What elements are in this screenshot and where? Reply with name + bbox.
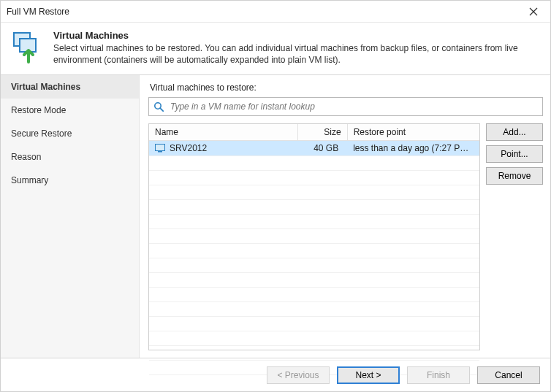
col-header-name[interactable]: Name	[149, 124, 297, 141]
table-row-empty	[149, 302, 479, 317]
close-button[interactable]	[522, 1, 544, 23]
finish-button: Finish	[407, 366, 470, 384]
table-header-row: Name Size Restore point	[149, 124, 479, 141]
cancel-button[interactable]: Cancel	[477, 366, 540, 384]
table-row-empty	[149, 171, 479, 185]
header-heading: Virtual Machines	[53, 30, 542, 41]
sidebar-item-restore-mode[interactable]: Restore Mode	[1, 99, 139, 122]
vm-name-cell: SRV2012	[155, 143, 292, 153]
table-row-empty	[149, 200, 479, 215]
vm-action-buttons: Add... Point... Remove	[486, 123, 543, 350]
col-header-size[interactable]: Size	[297, 124, 347, 141]
window-title: Full VM Restore	[7, 7, 522, 17]
svg-line-5	[160, 108, 163, 111]
previous-button: < Previous	[267, 366, 330, 384]
search-input[interactable]	[169, 101, 538, 112]
vm-name: SRV2012	[170, 143, 207, 153]
vm-size: 40 GB	[297, 141, 347, 156]
vm-restore-icon	[10, 30, 43, 64]
table-row-empty	[149, 258, 479, 273]
wizard-body: Virtual MachinesRestore ModeSecure Resto…	[1, 74, 550, 358]
vm-restore-point: less than a day ago (7:27 PM ...	[347, 141, 479, 156]
close-icon	[529, 7, 538, 16]
next-button[interactable]: Next >	[337, 366, 400, 384]
table-row[interactable]: SRV201240 GBless than a day ago (7:27 PM…	[149, 141, 479, 156]
table-row-empty	[149, 229, 479, 244]
sidebar-item-virtual-machines[interactable]: Virtual Machines	[1, 75, 139, 99]
table-row-empty	[149, 185, 479, 200]
col-header-restore-point[interactable]: Restore point	[347, 124, 479, 141]
search-icon	[153, 101, 164, 112]
header-description: Select virtual machines to be restored. …	[53, 42, 542, 66]
wizard-footer: < Previous Next > Finish Cancel	[1, 358, 550, 391]
add-button[interactable]: Add...	[486, 123, 543, 141]
sidebar-item-summary[interactable]: Summary	[1, 169, 139, 192]
table-row-empty	[149, 317, 479, 331]
svg-rect-6	[156, 145, 165, 151]
table-row-empty	[149, 215, 479, 229]
wizard-main: Virtual machines to restore:	[140, 75, 550, 358]
sidebar-item-reason[interactable]: Reason	[1, 145, 139, 169]
sidebar-item-secure-restore[interactable]: Secure Restore	[1, 122, 139, 145]
remove-button[interactable]: Remove	[486, 167, 543, 185]
table-row-empty	[149, 156, 479, 171]
table-row-empty	[149, 244, 479, 258]
full-vm-restore-dialog: Full VM Restore Virtual Machines Select …	[0, 0, 551, 392]
vm-table: Name Size Restore point SRV201240 GBless…	[148, 123, 480, 350]
point-button[interactable]: Point...	[486, 145, 543, 163]
table-row-empty	[149, 273, 479, 288]
table-row-empty	[149, 331, 479, 346]
table-row-empty	[149, 288, 479, 302]
titlebar: Full VM Restore	[1, 1, 550, 23]
search-field[interactable]	[148, 97, 543, 116]
vm-list-label: Virtual machines to restore:	[150, 82, 543, 93]
vm-icon	[155, 144, 165, 153]
svg-rect-7	[158, 151, 162, 153]
wizard-sidebar: Virtual MachinesRestore ModeSecure Resto…	[1, 75, 140, 358]
wizard-header: Virtual Machines Select virtual machines…	[1, 23, 550, 74]
